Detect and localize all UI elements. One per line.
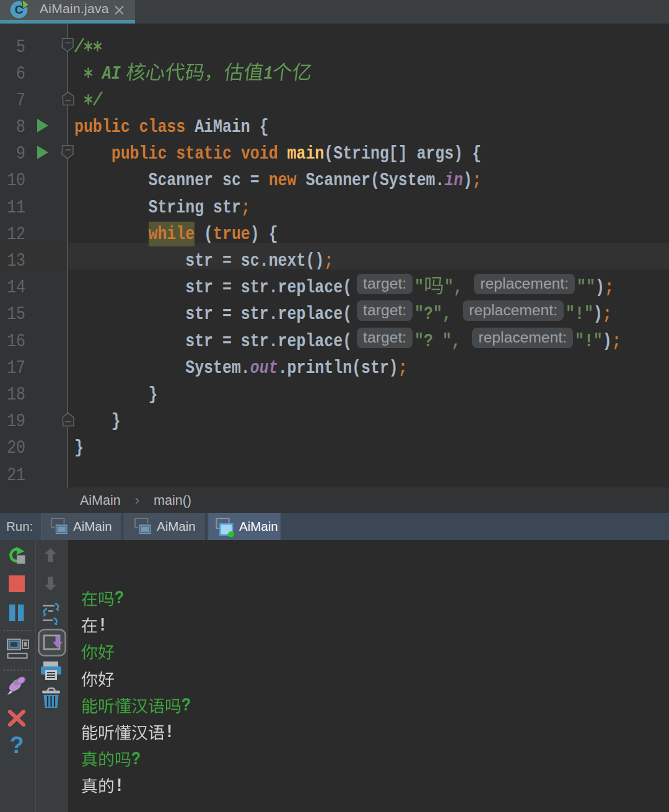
svg-text:?: ? (9, 733, 24, 758)
